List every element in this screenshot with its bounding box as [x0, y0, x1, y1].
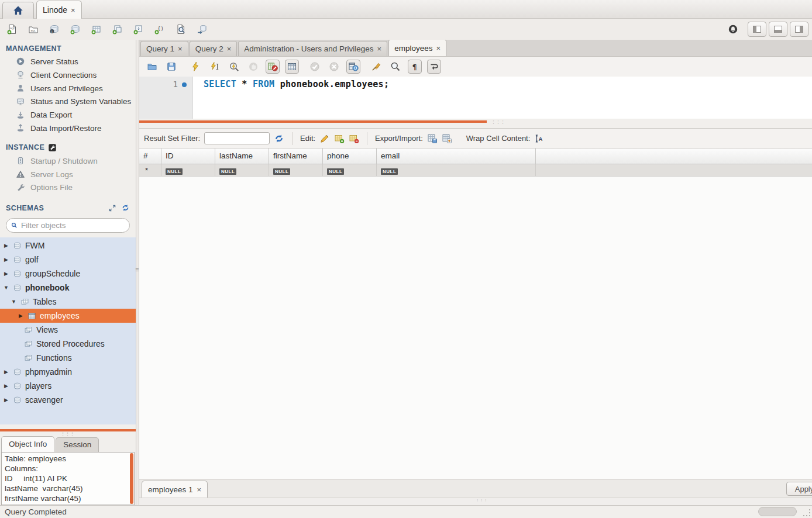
- database-inspector-button[interactable]: i: [46, 21, 63, 37]
- editor-result-splitter[interactable]: ⋮⋮⋮: [139, 119, 812, 128]
- expander-icon[interactable]: ▼: [3, 285, 9, 291]
- sidebar-item-server-status[interactable]: Server Status: [0, 55, 136, 68]
- wrap-cell-content-icon[interactable]: A: [534, 133, 545, 144]
- save-button[interactable]: [164, 60, 178, 74]
- sql-code[interactable]: SELECT * FROM phonebook.employees;: [193, 77, 812, 119]
- column-header-id[interactable]: ID: [161, 149, 215, 164]
- create-view-button[interactable]: [109, 21, 126, 37]
- tree-item-scavenger[interactable]: ▶ scavenger: [0, 393, 136, 407]
- home-tab[interactable]: [2, 2, 34, 19]
- create-procedure-button[interactable]: [130, 21, 147, 37]
- cell-phone[interactable]: NULL: [323, 164, 377, 176]
- tree-item-tables[interactable]: ▼ Tables: [0, 295, 136, 309]
- tab-object-info[interactable]: Object Info: [1, 436, 54, 452]
- commit-button[interactable]: [308, 60, 322, 74]
- refresh-schemas-icon[interactable]: [121, 203, 130, 212]
- explain-button[interactable]: [227, 60, 241, 74]
- toggle-right-panel-button[interactable]: [790, 22, 808, 37]
- tab-employees[interactable]: employees ×: [388, 40, 446, 56]
- cell-lastname[interactable]: NULL: [215, 164, 269, 176]
- connection-tab-linode[interactable]: Linode ×: [36, 1, 82, 19]
- result-filter-input[interactable]: [204, 132, 270, 144]
- sidebar-item-data-import[interactable]: Data Import/Restore: [0, 122, 136, 135]
- execute-button[interactable]: [188, 60, 202, 74]
- reconnect-server-button[interactable]: [193, 21, 211, 37]
- close-icon[interactable]: ×: [377, 44, 382, 53]
- add-row-icon[interactable]: [334, 133, 345, 144]
- search-data-button[interactable]: [172, 21, 190, 37]
- import-records-icon[interactable]: [442, 133, 452, 144]
- table-row[interactable]: * NULL NULL NULL NULL NULL: [139, 164, 812, 177]
- tree-item-phpmyadmin[interactable]: ▶ phpmyadmin: [0, 365, 136, 379]
- object-info-scrollbar[interactable]: [130, 453, 133, 504]
- resize-grip-icon[interactable]: [803, 509, 811, 517]
- rollback-button[interactable]: [327, 60, 341, 74]
- invisible-chars-button[interactable]: ¶: [408, 60, 422, 74]
- open-sql-script-button[interactable]: SQL: [25, 21, 42, 37]
- column-header-firstname[interactable]: firstName: [269, 149, 323, 164]
- toggle-autocommit-button[interactable]: [346, 60, 360, 74]
- tree-item-fwm[interactable]: ▶ FWM: [0, 239, 136, 253]
- notifications-button[interactable]: [724, 21, 742, 37]
- close-icon[interactable]: ×: [71, 6, 75, 15]
- tree-item-golf[interactable]: ▶ golf: [0, 253, 136, 267]
- sql-editor[interactable]: 1 SELECT * FROM phonebook.employees;: [139, 77, 812, 119]
- result-footer-splitter[interactable]: [139, 498, 812, 505]
- close-icon[interactable]: ×: [197, 485, 202, 494]
- limit-rows-button[interactable]: [285, 60, 299, 74]
- tab-administration[interactable]: Administration - Users and Privileges ×: [238, 41, 387, 56]
- expander-icon[interactable]: ▶: [3, 243, 9, 248]
- column-header-email[interactable]: email: [377, 149, 536, 164]
- expander-icon[interactable]: ▶: [3, 383, 9, 389]
- cell-id[interactable]: NULL: [161, 164, 215, 176]
- execute-current-button[interactable]: [208, 60, 222, 74]
- column-header-rownum[interactable]: #: [139, 149, 161, 164]
- sidebar-item-system-variables[interactable]: Status and System Variables: [0, 95, 136, 108]
- expander-icon[interactable]: ▶: [3, 369, 9, 375]
- tree-item-employees[interactable]: ▶ employees: [0, 309, 136, 323]
- refresh-results-icon[interactable]: [274, 133, 284, 144]
- beautify-button[interactable]: [369, 60, 383, 74]
- sidebar-item-users-privileges[interactable]: Users and Privileges: [0, 82, 136, 95]
- cell-firstname[interactable]: NULL: [269, 164, 323, 176]
- tree-item-views[interactable]: Views: [0, 323, 136, 337]
- find-button[interactable]: [388, 60, 402, 74]
- close-icon[interactable]: ×: [178, 44, 183, 53]
- open-file-button[interactable]: [145, 60, 159, 74]
- expander-icon[interactable]: ▼: [11, 299, 17, 305]
- wrap-text-button[interactable]: [427, 60, 441, 74]
- column-header-lastname[interactable]: lastName: [215, 149, 269, 164]
- tab-session[interactable]: Session: [56, 437, 99, 452]
- toggle-left-panel-button[interactable]: [748, 22, 766, 37]
- cell-email[interactable]: NULL: [377, 164, 536, 176]
- tab-query-1[interactable]: Query 1 ×: [140, 41, 188, 56]
- schema-filter-input[interactable]: [21, 221, 125, 230]
- create-schema-button[interactable]: [67, 21, 84, 37]
- stop-button[interactable]: [246, 60, 260, 74]
- toggle-stop-on-error-button[interactable]: [266, 60, 280, 74]
- delete-row-icon[interactable]: [349, 133, 359, 144]
- sidebar-item-options-file[interactable]: Options File: [0, 181, 136, 195]
- tree-item-stored-procedures[interactable]: Stored Procedures: [0, 337, 136, 351]
- create-table-button[interactable]: [88, 21, 105, 37]
- expand-schemas-icon[interactable]: [108, 204, 116, 212]
- toggle-bottom-panel-button[interactable]: [769, 22, 787, 37]
- expander-icon[interactable]: ▶: [3, 397, 9, 403]
- apply-button[interactable]: Apply: [786, 482, 812, 496]
- new-sql-tab-button[interactable]: SQL: [4, 21, 21, 37]
- tree-item-players[interactable]: ▶ players: [0, 379, 136, 393]
- sidebar-item-server-logs[interactable]: Server Logs: [0, 168, 136, 181]
- result-tab-employees-1[interactable]: employees 1 ×: [142, 481, 208, 498]
- column-header-phone[interactable]: phone: [323, 149, 377, 164]
- sidebar-item-data-export[interactable]: Data Export: [0, 108, 136, 122]
- sidebar-item-startup-shutdown[interactable]: Startup / Shutdown: [0, 154, 136, 168]
- create-function-button[interactable]: {): [151, 21, 168, 37]
- expander-icon[interactable]: ▶: [3, 257, 9, 263]
- horizontal-scrollbar-thumb[interactable]: [758, 507, 797, 516]
- close-icon[interactable]: ×: [227, 44, 232, 53]
- tree-item-functions[interactable]: Functions: [0, 351, 136, 365]
- close-icon[interactable]: ×: [436, 44, 441, 53]
- expander-icon[interactable]: ▶: [3, 271, 9, 277]
- expander-icon[interactable]: ▶: [18, 313, 24, 319]
- edit-record-icon[interactable]: [319, 133, 330, 144]
